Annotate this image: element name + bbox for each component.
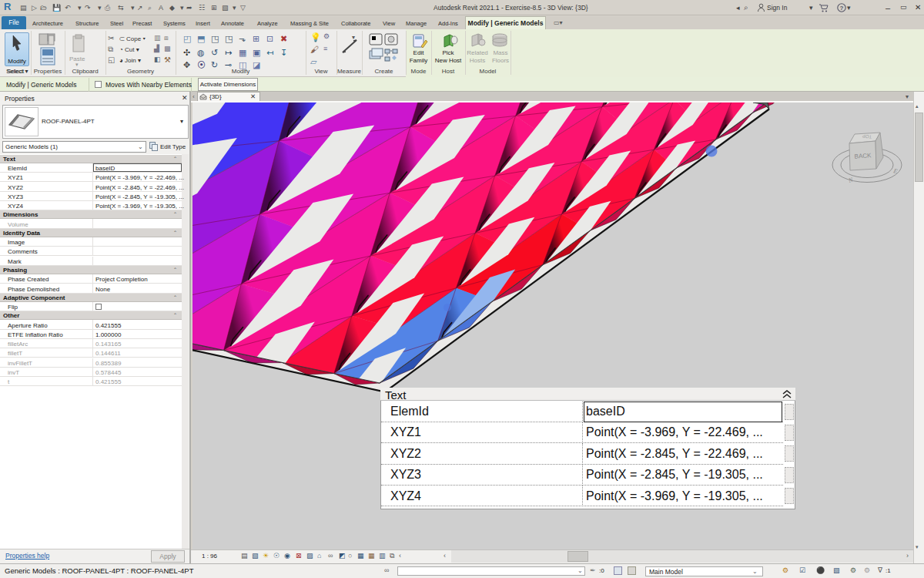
svg-text:TOP: TOP — [862, 134, 872, 139]
svg-text:?: ? — [840, 5, 844, 12]
svg-text:BACK: BACK — [854, 152, 872, 160]
